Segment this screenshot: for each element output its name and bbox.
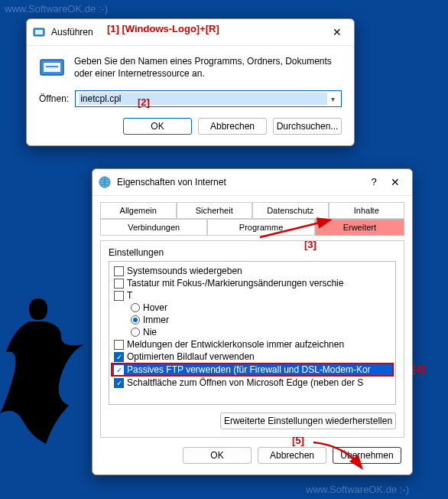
open-label: Öffnen: bbox=[39, 93, 69, 104]
option-label: Schaltfläche zum Öffnen von Microsoft Ed… bbox=[127, 377, 363, 388]
browse-button[interactable]: Durchsuchen... bbox=[273, 118, 342, 135]
run-description: Geben Sie den Namen eines Programms, Ord… bbox=[74, 55, 342, 81]
settings-option[interactable]: ✓Optimierten Bildlauf verwenden bbox=[111, 351, 394, 363]
option-label: T bbox=[127, 290, 132, 301]
svg-rect-1 bbox=[35, 30, 43, 34]
checkbox[interactable] bbox=[114, 279, 124, 289]
option-label: Tastatur mit Fokus-/Markierungsänderunge… bbox=[127, 278, 343, 289]
annotation-4: [4] bbox=[413, 364, 425, 375]
run-title: Ausführen bbox=[51, 27, 326, 38]
option-label: Passives FTP verwenden (für Firewall und… bbox=[127, 364, 371, 375]
tab-erweitert[interactable]: Erweitert bbox=[315, 219, 404, 236]
cancel-button[interactable]: Abbrechen bbox=[258, 447, 326, 464]
option-label: Optimierten Bildlauf verwenden bbox=[127, 351, 255, 362]
internet-properties-dialog: Eigenschaften von Internet ? ✕ Allgemein… bbox=[92, 168, 413, 475]
settings-option[interactable]: Nie bbox=[111, 326, 394, 338]
option-label: Meldungen der Entwicklerkonsole immer au… bbox=[127, 339, 344, 350]
cancel-button[interactable]: Abbrechen bbox=[198, 118, 267, 135]
restore-defaults-button[interactable]: Erweiterte Einstellungen wiederherstelle… bbox=[220, 413, 396, 429]
settings-option[interactable]: Immer bbox=[111, 314, 394, 326]
radio[interactable] bbox=[131, 315, 140, 325]
decorative-figure bbox=[0, 291, 92, 459]
tab-datenschutz[interactable]: Datenschutz bbox=[252, 202, 329, 219]
tabs: Allgemein Sicherheit Datenschutz Inhalte… bbox=[93, 196, 412, 236]
close-icon[interactable]: ✕ bbox=[385, 174, 406, 191]
open-combobox[interactable]: ▾ bbox=[75, 90, 342, 107]
settings-option[interactable]: Tastatur mit Fokus-/Markierungsänderunge… bbox=[111, 277, 394, 289]
tab-inhalte[interactable]: Inhalte bbox=[329, 202, 405, 219]
tab-allgemein[interactable]: Allgemein bbox=[100, 202, 177, 219]
radio[interactable] bbox=[131, 303, 140, 312]
checkbox[interactable]: ✓ bbox=[114, 365, 124, 375]
globe-icon bbox=[99, 176, 111, 188]
checkbox[interactable] bbox=[114, 291, 124, 301]
apply-button[interactable]: Übernehmen bbox=[333, 447, 401, 464]
settings-option[interactable]: Hover bbox=[111, 302, 394, 314]
checkbox[interactable] bbox=[114, 340, 124, 350]
help-icon[interactable]: ? bbox=[363, 174, 385, 191]
option-label: Hover bbox=[143, 302, 167, 313]
ok-button[interactable]: OK bbox=[123, 118, 192, 135]
tab-verbindungen[interactable]: Verbindungen bbox=[100, 219, 207, 236]
tab-programme[interactable]: Programme bbox=[207, 219, 314, 236]
props-titlebar: Eigenschaften von Internet ? ✕ bbox=[93, 169, 412, 196]
run-titlebar: Ausführen ✕ bbox=[27, 19, 354, 46]
close-icon[interactable]: ✕ bbox=[326, 24, 348, 41]
option-label: Immer bbox=[143, 315, 169, 325]
tab-sicherheit[interactable]: Sicherheit bbox=[177, 202, 253, 219]
run-dialog: Ausführen ✕ Geben Sie den Namen eines Pr… bbox=[26, 18, 355, 146]
settings-option[interactable]: T bbox=[111, 289, 394, 302]
settings-option[interactable]: ✓Passives FTP verwenden (für Firewall un… bbox=[111, 363, 394, 377]
props-title: Eigenschaften von Internet bbox=[117, 177, 363, 188]
settings-list[interactable]: Systemsounds wiedergebenTastatur mit Fok… bbox=[109, 261, 396, 405]
checkbox[interactable] bbox=[114, 266, 124, 276]
watermark: www.SoftwareOK.de :-) bbox=[5, 3, 108, 15]
svg-rect-4 bbox=[46, 66, 58, 67]
run-icon bbox=[33, 26, 45, 38]
settings-panel: Einstellungen Systemsounds wiedergebenTa… bbox=[100, 240, 404, 438]
settings-label: Einstellungen bbox=[109, 247, 396, 258]
chevron-down-icon[interactable]: ▾ bbox=[327, 95, 338, 103]
run-big-icon bbox=[39, 55, 65, 81]
watermark: www.SoftwareOK.de :-) bbox=[306, 484, 409, 495]
open-input[interactable] bbox=[79, 93, 327, 105]
checkbox[interactable]: ✓ bbox=[114, 352, 124, 362]
option-label: Systemsounds wiedergeben bbox=[127, 266, 242, 276]
settings-option[interactable]: ✓Schaltfläche zum Öffnen von Microsoft E… bbox=[111, 377, 394, 389]
checkbox[interactable]: ✓ bbox=[114, 378, 124, 388]
settings-option[interactable]: Systemsounds wiedergeben bbox=[111, 265, 394, 277]
ok-button[interactable]: OK bbox=[183, 447, 252, 464]
option-label: Nie bbox=[143, 327, 157, 338]
settings-option[interactable]: Meldungen der Entwicklerkonsole immer au… bbox=[111, 338, 394, 351]
radio[interactable] bbox=[131, 328, 140, 337]
